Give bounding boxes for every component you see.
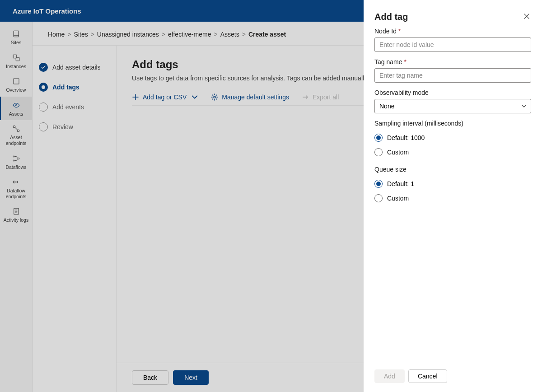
add-button: Add (374, 369, 405, 383)
observability-select[interactable]: None (374, 99, 531, 113)
field-label: Node Id * (374, 28, 531, 35)
sampling-custom-radio[interactable]: Custom (374, 145, 531, 159)
queue-field: Queue size Default: 1 Custom (374, 166, 531, 205)
node-id-field: Node Id * (374, 28, 531, 52)
radio-label: Custom (387, 149, 409, 156)
field-label: Tag name * (374, 58, 531, 65)
label-text: Tag name (374, 58, 402, 65)
radio-checked-icon (374, 180, 383, 188)
modal-overlay: Add tag Node Id * Tag name * (0, 0, 542, 392)
observability-field: Observability mode None (374, 89, 531, 113)
field-label: Sampling interval (milliseconds) (374, 120, 531, 127)
cancel-button[interactable]: Cancel (408, 369, 447, 383)
tag-name-field: Tag name * (374, 58, 531, 83)
label-text: Node Id (374, 28, 397, 35)
radio-checked-icon (374, 134, 383, 142)
close-icon (523, 13, 530, 20)
field-label: Observability mode (374, 89, 531, 96)
add-tag-panel: Add tag Node Id * Tag name * (364, 0, 542, 392)
radio-label: Default: 1000 (387, 134, 425, 141)
panel-header: Add tag (364, 0, 542, 28)
radio-label: Default: 1 (387, 180, 414, 187)
panel-title: Add tag (374, 12, 408, 22)
radio-unchecked-icon (374, 148, 383, 156)
radio-label: Custom (387, 195, 409, 202)
radio-unchecked-icon (374, 194, 383, 202)
close-button[interactable] (522, 12, 531, 22)
node-id-input[interactable] (374, 37, 531, 52)
queue-default-radio[interactable]: Default: 1 (374, 177, 531, 191)
sampling-default-radio[interactable]: Default: 1000 (374, 131, 531, 145)
panel-footer: Add Cancel (364, 362, 542, 392)
required-indicator: * (398, 28, 401, 35)
required-indicator: * (404, 58, 406, 65)
field-label: Queue size (374, 166, 531, 173)
queue-custom-radio[interactable]: Custom (374, 191, 531, 205)
tag-name-input[interactable] (374, 68, 531, 83)
sampling-field: Sampling interval (milliseconds) Default… (374, 120, 531, 159)
